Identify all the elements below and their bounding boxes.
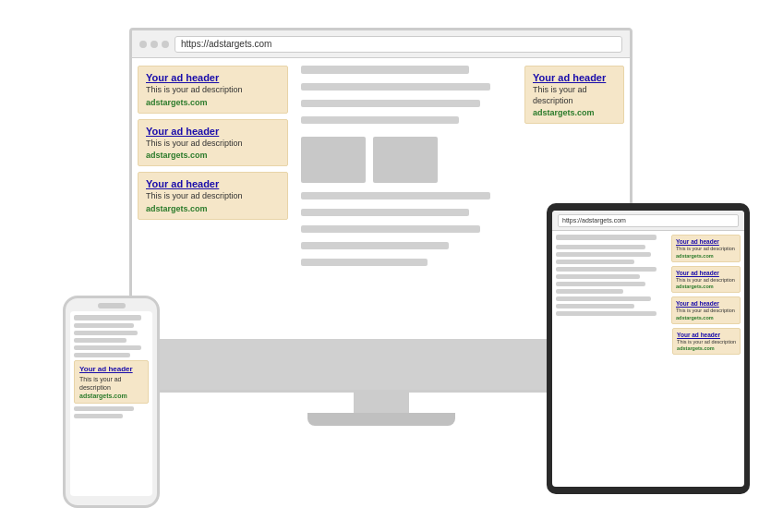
content-image-2: [373, 137, 438, 183]
tablet-line-8: [556, 289, 623, 294]
phone-notch: [98, 303, 126, 308]
monitor-ad-left-2-url: adstargets.com: [146, 151, 280, 160]
tablet-line-7: [556, 282, 645, 286]
tablet-ad-2[interactable]: Your ad header This is your ad descripti…: [671, 266, 741, 294]
monitor-ad-right-1[interactable]: Your ad header This is your ad descripti…: [524, 66, 624, 124]
phone-line-8: [74, 414, 123, 418]
phone-ad-description: This is your ad description: [79, 375, 143, 392]
tablet-ad-right-url: adstargets.com: [677, 345, 736, 351]
tablet-ad-right[interactable]: Your ad header This is your ad descripti…: [672, 328, 741, 356]
monitor-ad-left-1-desc: This is your ad description: [146, 85, 280, 96]
tablet-line-10: [556, 304, 634, 308]
content-line-7: [301, 225, 480, 233]
tablet-line-1: [556, 235, 657, 240]
tablet-url-bar[interactable]: https://adstargets.com: [558, 214, 739, 227]
phone-screen: Your ad header This is your ad descripti…: [70, 311, 152, 496]
monitor-ad-right-1-desc: This is your ad description: [533, 85, 616, 106]
tablet-url-text: https://adstargets.com: [562, 217, 626, 224]
monitor-url-bar[interactable]: https://adstargets.com: [175, 36, 622, 53]
monitor-ad-left-1[interactable]: Your ad header This is your ad descripti…: [138, 66, 288, 114]
tablet-ad-1[interactable]: Your ad header This is your ad descripti…: [671, 235, 741, 262]
tablet-ad-2-url: adstargets.com: [676, 284, 736, 289]
phone-line-3: [74, 331, 138, 335]
phone-line-7: [74, 406, 134, 411]
tablet: https://adstargets.com Yo: [547, 203, 750, 494]
tablet-ad-right-desc: This is your ad description: [677, 339, 736, 345]
tablet-ad-2-header[interactable]: Your ad header: [676, 270, 736, 276]
phone-line-2: [74, 323, 134, 328]
phone-line-4: [74, 338, 126, 343]
tablet-line-3: [556, 252, 651, 257]
traffic-lights: [139, 41, 169, 48]
monitor-toolbar: https://adstargets.com: [132, 30, 630, 58]
traffic-dot-3: [162, 41, 169, 48]
content-line-6: [301, 209, 469, 216]
phone-ad[interactable]: Your ad header This is your ad descripti…: [74, 360, 149, 404]
tablet-ad-1-desc: This is your ad description: [676, 246, 736, 252]
tablet-ad-right-header[interactable]: Your ad header: [677, 332, 736, 338]
tablet-ad-2-desc: This is your ad description: [676, 277, 736, 284]
tablet-main-content: [556, 235, 668, 483]
monitor-neck: [354, 393, 409, 413]
phone-line-5: [74, 345, 141, 350]
monitor-ad-left-3-header[interactable]: Your ad header: [146, 178, 280, 189]
tablet-line-4: [556, 260, 634, 264]
monitor-ad-left-2-desc: This is your ad description: [146, 139, 280, 150]
content-line-5: [301, 192, 490, 200]
tablet-ad-3-header[interactable]: Your ad header: [676, 300, 736, 307]
phone-ad-url: adstargets.com: [79, 393, 143, 399]
phone-content: Your ad header This is your ad descripti…: [70, 311, 152, 496]
tablet-line-2: [556, 245, 645, 249]
content-line-2: [301, 83, 490, 91]
monitor-ad-left-1-header[interactable]: Your ad header: [146, 72, 280, 83]
content-line-9: [301, 259, 428, 266]
monitor-ad-left-2[interactable]: Your ad header This is your ad descripti…: [138, 119, 288, 167]
tablet-content: Your ad header This is your ad descripti…: [552, 231, 744, 487]
monitor-ad-left-3-desc: This is your ad description: [146, 191, 280, 202]
tablet-ad-1-url: adstargets.com: [676, 253, 736, 259]
monitor-base: [307, 413, 455, 426]
tablet-screen: https://adstargets.com Yo: [552, 211, 744, 487]
monitor-url-text: https://adstargets.com: [181, 39, 271, 49]
monitor-ad-left-2-header[interactable]: Your ad header: [146, 126, 280, 137]
monitor-ad-left-3-url: adstargets.com: [146, 204, 280, 213]
tablet-left-ads: Your ad header This is your ad descripti…: [671, 235, 741, 483]
content-line-8: [301, 242, 449, 249]
tablet-toolbar: https://adstargets.com: [552, 211, 744, 231]
content-line-4: [301, 116, 459, 124]
tablet-line-5: [556, 267, 657, 272]
tablet-line-6: [556, 274, 640, 279]
phone-line-1: [74, 315, 141, 320]
monitor-ad-left-1-url: adstargets.com: [146, 98, 280, 107]
monitor-ad-left-3[interactable]: Your ad header This is your ad descripti…: [138, 172, 288, 220]
content-image-1: [301, 137, 366, 183]
tablet-ad-1-header[interactable]: Your ad header: [676, 238, 736, 245]
mobile-phone: Your ad header This is your ad descripti…: [63, 296, 160, 508]
tablet-ad-3[interactable]: Your ad header This is your ad descripti…: [671, 296, 741, 324]
traffic-dot-2: [151, 41, 158, 48]
tablet-line-9: [556, 296, 651, 301]
phone-ad-header[interactable]: Your ad header: [79, 365, 143, 373]
phone-line-6: [74, 353, 130, 357]
content-images: [301, 137, 512, 183]
content-line-3: [301, 100, 480, 107]
monitor-ad-right-1-url: adstargets.com: [533, 108, 616, 117]
content-line-1: [301, 66, 469, 74]
tablet-ad-3-desc: This is your ad description: [676, 308, 736, 314]
tablet-line-11: [556, 311, 657, 316]
monitor-ad-right-1-header[interactable]: Your ad header: [533, 72, 616, 83]
tablet-ad-3-url: adstargets.com: [676, 315, 736, 320]
traffic-dot-1: [139, 41, 147, 48]
